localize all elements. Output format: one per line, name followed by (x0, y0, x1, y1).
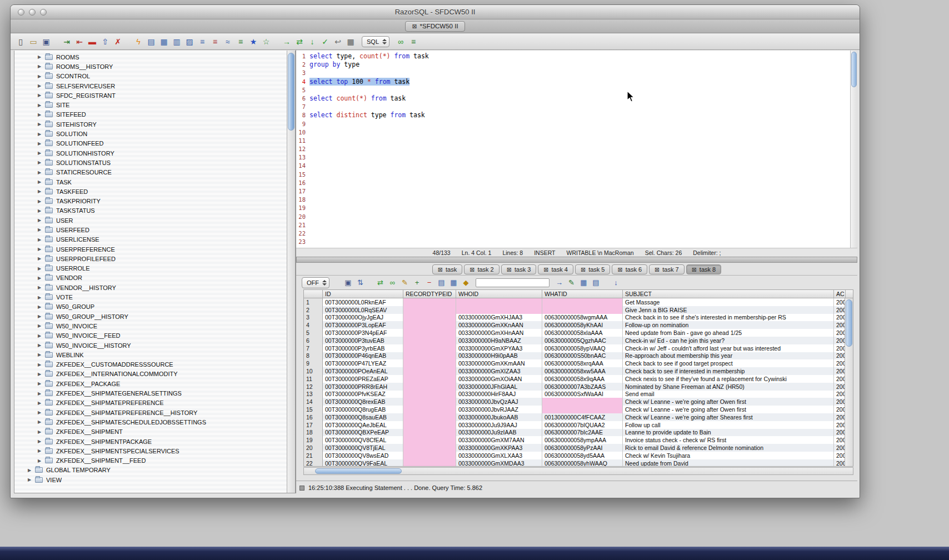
grid-cell[interactable]: Follow-up on nomination (623, 321, 834, 329)
grid-cell[interactable]: Check back in to see if she's interested… (623, 314, 834, 322)
row-number[interactable]: 13 (304, 391, 323, 398)
grid-cell[interactable] (542, 306, 623, 314)
grid-cell[interactable]: 0033000000GmXPYAA3 (456, 344, 542, 352)
grid-cell[interactable]: 200 (834, 436, 845, 444)
scrollbar-thumb[interactable] (315, 468, 402, 474)
row-number[interactable]: 14 (304, 398, 323, 406)
query-history-icon[interactable]: ≡ (408, 36, 419, 47)
disclosure-triangle-icon[interactable]: ▶ (38, 266, 44, 271)
link-rows-icon[interactable]: ∞ (387, 277, 398, 288)
tree-item[interactable]: ▶VOTE (14, 292, 295, 302)
commit-icon[interactable]: ✓ (319, 36, 331, 47)
tree-item[interactable]: ▶VENDOR__HISTORY (14, 283, 295, 292)
reconnect-icon[interactable]: ⇄ (294, 36, 305, 47)
tree-item[interactable]: ▶USERLICENSE (14, 235, 295, 244)
tree-item[interactable]: ▶ZKFEDEX__SHIPMATEPREFERENCE__HISTORY (14, 408, 295, 417)
grid-cell[interactable]: 00T3000000QAeJbEAL (323, 421, 403, 429)
grid-cell[interactable] (403, 306, 456, 314)
column-header-subject[interactable]: SUBJECT (623, 290, 834, 298)
tree-item[interactable]: ▶TASK (14, 177, 295, 187)
tree-item[interactable]: ▶W50_GROUP (14, 302, 295, 312)
disclosure-triangle-icon[interactable]: ▶ (38, 170, 44, 175)
grid-cell[interactable]: 0033000000GmXLXAA3 (456, 452, 542, 459)
grid-cell[interactable]: 200 (834, 375, 845, 383)
grid-cell[interactable] (403, 367, 456, 375)
disclosure-triangle-icon[interactable]: ▶ (38, 419, 44, 424)
grid-cell[interactable]: 0033000000H9aNBAAZ (456, 337, 542, 344)
grid-cell[interactable]: 200 (834, 321, 845, 329)
grid-cell[interactable]: 200 (834, 421, 845, 429)
tree-item[interactable]: ▶SOLUTIONFEED (14, 139, 295, 148)
disclosure-triangle-icon[interactable]: ▶ (38, 151, 44, 156)
disclosure-triangle-icon[interactable]: ▶ (38, 179, 44, 184)
scrollbar-thumb[interactable] (288, 53, 294, 131)
disclosure-triangle-icon[interactable]: ▶ (38, 362, 44, 367)
grid-cell[interactable]: 200 (834, 306, 845, 314)
tree-item[interactable]: ▶VIEW (14, 475, 295, 484)
grid-cell[interactable]: 00630000007bIQUAA2 (542, 421, 623, 429)
tab-close-icon[interactable]: ⊠ (469, 267, 474, 273)
grid-cell[interactable]: 00T3000000P3yrbEAB (323, 344, 403, 352)
connections-icon[interactable]: ∞ (395, 36, 406, 47)
tab-close-icon[interactable]: ⊠ (655, 267, 660, 273)
grid-cell[interactable]: 0033000000GmXOiAAN (456, 375, 542, 383)
delete-icon[interactable]: ▬ (87, 36, 98, 47)
document-tab[interactable]: ⊠ *SFDCW50 II (405, 21, 464, 32)
column-header-id[interactable]: ID (323, 290, 403, 298)
disclosure-triangle-icon[interactable]: ▶ (38, 304, 44, 309)
disclosure-triangle-icon[interactable]: ▶ (38, 103, 44, 108)
tree-item[interactable]: ▶USERFEED (14, 225, 295, 234)
export-data-icon[interactable]: ⇤ (74, 36, 85, 47)
grid-cell[interactable]: 006300000058ympAAA (542, 436, 623, 444)
row-number[interactable]: 8 (304, 352, 323, 360)
format-sql-icon[interactable]: ≈ (222, 36, 233, 47)
disclosure-triangle-icon[interactable]: ▶ (38, 199, 44, 204)
grid-cell[interactable]: 00T3000000Q8rugEAB (323, 406, 403, 413)
rollback-icon[interactable]: ↩ (332, 36, 343, 47)
open-file-icon[interactable]: ▭ (28, 36, 39, 47)
disclosure-triangle-icon[interactable]: ▶ (38, 276, 44, 281)
minimize-button[interactable] (29, 9, 36, 16)
delete-row-icon[interactable]: − (424, 277, 434, 288)
fetch-icon[interactable]: ↓ (307, 36, 318, 47)
grid-cell[interactable]: 00T3000000QV9FaEAL (323, 459, 403, 466)
table-view-icon[interactable]: ▦ (448, 277, 459, 288)
grid-cell[interactable]: 00T3000000P46qnEAB (323, 352, 403, 360)
grid-cell[interactable]: Nominated by Shane Freeman at ANZ (HR50) (623, 383, 834, 391)
tree-item[interactable]: ▶USERROLE (14, 264, 295, 273)
grid-cell[interactable]: 0033000000JbvQzAAJ (456, 398, 542, 406)
grid-cell[interactable]: 200 (834, 359, 845, 367)
grid-cell[interactable]: 200 (834, 367, 845, 375)
grid-cell[interactable]: 0033000000GmXKPAA3 (456, 444, 542, 452)
tab-close-icon[interactable]: ⊠ (581, 267, 586, 273)
disclosure-triangle-icon[interactable]: ▶ (38, 314, 44, 319)
grid-cell[interactable]: 0033000000Ju9zIAAB (456, 429, 542, 437)
grid-cell[interactable]: 00630000007bIc2AAE (542, 429, 623, 437)
grid-cell[interactable] (403, 321, 456, 329)
grid-cell[interactable]: 0013000000C4fFCAAZ (542, 413, 623, 421)
tree-item[interactable]: ▶W50_INVOICE__FEED (14, 331, 295, 341)
tab-close-icon[interactable]: ⊠ (412, 23, 417, 29)
row-number[interactable]: 21 (304, 452, 323, 459)
grid-cell[interactable] (403, 406, 456, 413)
grid-cell[interactable]: Get Massage (623, 298, 834, 306)
horizontal-splitter[interactable] (296, 257, 857, 263)
grid-cell[interactable] (403, 375, 456, 383)
disclosure-triangle-icon[interactable]: ▶ (38, 227, 44, 232)
tree-item[interactable]: ▶GLOBAL TEMPORARY (14, 466, 295, 475)
grid-cell[interactable]: 00630000005QgzhAAC (542, 337, 623, 344)
disclosure-triangle-icon[interactable]: ▶ (38, 323, 44, 328)
row-number[interactable]: 2 (304, 306, 323, 314)
grid-cell[interactable]: 006300000058wgmAAA (542, 314, 623, 322)
grid-cell[interactable]: Follow up call (623, 421, 834, 429)
grid-cell[interactable]: Invoice status check - check w/ RS first (623, 436, 834, 444)
disclosure-triangle-icon[interactable]: ▶ (38, 74, 44, 79)
grid-cell[interactable] (403, 298, 456, 306)
grid-cell[interactable] (403, 383, 456, 391)
result-tab-task-7[interactable]: ⊠task 7 (649, 264, 685, 274)
generate-sql-icon[interactable]: ≡ (209, 36, 221, 47)
tab-close-icon[interactable]: ⊠ (543, 267, 548, 273)
result-tab-task-6[interactable]: ⊠task 6 (612, 264, 647, 274)
row-number[interactable]: 6 (304, 337, 323, 344)
grid-cell[interactable] (403, 421, 456, 429)
